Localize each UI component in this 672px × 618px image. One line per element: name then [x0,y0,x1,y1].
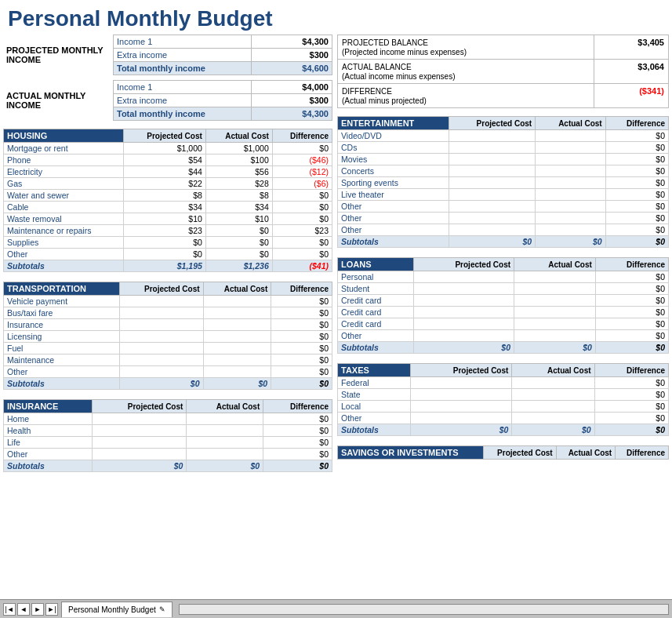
diff-header: Difference [263,400,332,413]
actual-value [514,283,596,295]
diff-value: $0 [271,296,332,307]
table-row: Income 1 $4,300 [114,35,332,49]
table-row: Maintenance or repairs $23 $0 $23 [4,225,332,237]
subtotal-label: Subtotals [338,424,411,436]
subtotal-actual: $0 [536,236,606,248]
actual-income-table: Income 1 $4,000 Extra income $300 Total … [113,80,332,121]
proj-cost-header: Projected Cost [92,400,187,413]
proj-value [119,366,203,378]
subtotal-actual: $0 [203,378,271,390]
actual-value: $10 [205,213,272,225]
table-row: Mortgage or rent $1,000 $1,000 $0 [4,143,332,154]
subtotal-diff: $0 [595,342,668,354]
prev-sheet-button[interactable]: ◄ [17,603,30,616]
housing-table: HOUSING Projected Cost Actual Cost Diffe… [3,129,332,272]
table-row: Local $0 [338,401,669,413]
diff-value: $0 [595,271,668,283]
sheet-navigation[interactable]: |◄ ◄ ► ►| [3,603,58,616]
last-sheet-button[interactable]: ►| [45,603,58,616]
actual-value [187,413,263,425]
subtotal-label: Subtotals [338,236,449,248]
subtotal-diff: $0 [605,236,668,248]
item-name: Maintenance or repairs [4,225,124,237]
actual-cost-header: Actual Cost [187,400,263,413]
proj-value: $22 [124,178,206,190]
subtotal-proj: $0 [410,424,512,436]
proj-value [119,319,203,331]
proj-value [449,130,535,142]
savings-header: SAVINGS OR INVESTMENTS [338,446,484,460]
table-row: State $0 [338,389,669,401]
item-name: Other [4,366,120,378]
sheet-tab-icon: ✎ [159,605,165,613]
loans-section: LOANS Projected Cost Actual Cost Differe… [337,257,669,354]
diff-header: Difference [595,258,668,271]
diff-value: $23 [272,225,332,237]
table-row: Maintenance $0 [4,354,332,366]
diff-value: $0 [594,389,668,401]
diff-value: $0 [605,177,668,189]
diff-value: $0 [272,249,332,260]
proj-value: $0 [124,237,206,249]
diff-value: $0 [605,224,668,236]
subtotal-diff: $0 [594,424,668,436]
item-name: Licensing [4,331,120,343]
subtotal-diff: $0 [271,378,332,390]
diff-value: $0 [272,237,332,249]
next-sheet-button[interactable]: ► [31,603,44,616]
actual-value [536,154,606,165]
diff-value: $0 [605,189,668,201]
proj-value [92,437,187,449]
balance-table: PROJECTED BALANCE (Projected income minu… [337,35,669,108]
diff-value: $0 [271,343,332,354]
item-name: Other [338,413,411,424]
item-name: Electricity [4,166,124,178]
diff-value: ($12) [272,166,332,178]
actual-value [512,401,594,413]
item-name: Other [338,224,449,236]
actual-balance-row: ACTUAL BALANCE (Actual income minus expe… [338,60,669,84]
actual-value: $0 [205,225,272,237]
header-row: ENTERTAINMENT Projected Cost Actual Cost… [338,117,669,130]
item-name: Home [4,413,93,425]
first-sheet-button[interactable]: |◄ [3,603,16,616]
page-title: Personal Monthly Budget [0,0,672,35]
proj-value [119,307,203,319]
horizontal-scrollbar[interactable] [179,604,669,615]
loans-header: LOANS [338,258,414,271]
actual-income-label: ACTUAL MONTHLY INCOME [3,80,113,121]
table-row: Vehicle payment $0 [4,296,332,307]
proj-value: $44 [124,166,206,178]
table-row: Other $0 [4,366,332,378]
extra-income-value: $300 [252,49,332,62]
actual-value [514,330,596,342]
taxes-table: TAXES Projected Cost Actual Cost Differe… [337,363,669,436]
sheet-tab[interactable]: Personal Monthly Budget ✎ [61,602,173,617]
proj-cost-header: Projected Cost [449,117,535,130]
actual-value [203,331,271,343]
proj-value [119,343,203,354]
proj-value [414,295,514,307]
transportation-header: TRANSPORTATION [4,282,120,296]
actual-extra-label: Extra income [114,94,252,107]
diff-value: $0 [594,401,668,413]
subtotal-diff: $0 [263,460,332,472]
table-row: Life $0 [4,437,332,449]
actual-value [536,130,606,142]
proj-value [414,330,514,342]
actual-value [514,318,596,330]
diff-value: $0 [605,142,668,154]
subtotal-diff: ($41) [272,260,332,272]
item-name: Cable [4,202,124,213]
proj-value [119,331,203,343]
table-row: Federal $0 [338,377,669,389]
table-row: Income 1 $4,000 [114,81,332,94]
entertainment-section: ENTERTAINMENT Projected Cost Actual Cost… [337,116,669,248]
proj-value [410,401,512,413]
diff-value: $0 [263,449,332,460]
actual-extra-value: $300 [252,94,332,107]
diff-value: ($46) [272,154,332,166]
diff-value: $0 [272,190,332,202]
proj-value [410,377,512,389]
proj-cost-header: Projected Cost [483,446,556,460]
